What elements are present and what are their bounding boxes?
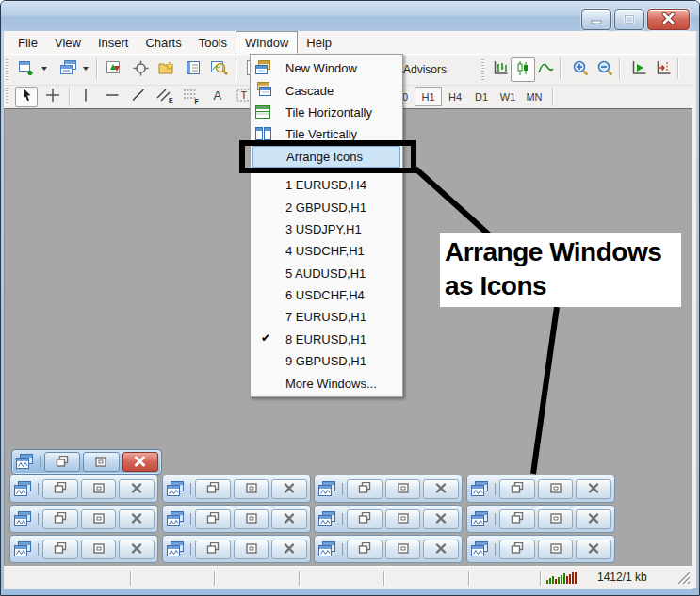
close-button[interactable] [423, 479, 459, 499]
maximize-button[interactable] [385, 540, 421, 559]
restore-button[interactable] [195, 479, 231, 499]
restore-button[interactable] [499, 540, 535, 559]
strategy-tester-button[interactable] [207, 57, 232, 82]
zoom-in-button[interactable] [568, 57, 593, 82]
minimized-chart-window[interactable] [466, 505, 615, 533]
close-button[interactable] [271, 540, 307, 559]
window-menu-item-6-usdchf-h4[interactable]: 6 USDCHF,H4 [251, 284, 402, 306]
window-menu-item-tile-horizontally[interactable]: Tile Horizontally [251, 102, 402, 123]
maximize-button[interactable] [83, 452, 119, 472]
auto-scroll-button[interactable] [627, 57, 651, 82]
window-menu-item-cascade[interactable]: Cascade [251, 79, 402, 101]
restore-button[interactable] [42, 479, 78, 499]
maximize-button[interactable] [234, 540, 269, 559]
close-button[interactable] [423, 509, 459, 529]
restore-button[interactable] [195, 509, 231, 529]
restore-button[interactable] [44, 452, 80, 472]
vertical-line-button[interactable] [74, 87, 97, 107]
close-button[interactable] [122, 452, 158, 472]
close-button[interactable] [119, 509, 155, 529]
minimized-chart-window[interactable] [162, 475, 311, 503]
window-menu-item-3-usdjpy-h1[interactable]: 3 USDJPY,H1 [251, 218, 402, 240]
minimized-chart-window[interactable] [314, 535, 463, 563]
menubar-item-tools[interactable]: Tools [190, 31, 236, 54]
bar-chart-button[interactable] [488, 57, 513, 82]
menubar-item-charts[interactable]: Charts [137, 31, 189, 54]
close-button[interactable] [576, 540, 611, 559]
restore-button[interactable] [347, 509, 383, 529]
fibonacci-button[interactable]: F [180, 87, 203, 107]
window-menu-item-2-gbpusd-h1[interactable]: 2 GBPUSD,H1 [251, 196, 402, 217]
window-menu-item-4-usdchf-h1[interactable]: 4 USDCHF,H1 [251, 240, 402, 262]
window-menu-item-tile-vertically[interactable]: Tile Vertically [251, 123, 402, 145]
close-button[interactable] [423, 540, 459, 559]
timeframe-button-mn[interactable]: MN [521, 87, 547, 106]
maximize-button[interactable] [234, 479, 269, 499]
window-menu-item-new-window[interactable]: New Window [251, 57, 402, 79]
window-menu-item-7-eurusd-h1[interactable]: 7 EURUSD,H1 [251, 306, 402, 328]
minimized-chart-window[interactable] [9, 475, 158, 503]
minimize-button[interactable] [581, 9, 611, 30]
toolbar-grip[interactable] [6, 88, 8, 106]
maximize-button[interactable] [81, 540, 117, 559]
minimized-chart-window[interactable] [314, 475, 463, 503]
crosshair-button[interactable] [41, 87, 64, 107]
minimized-chart-window[interactable] [466, 475, 615, 503]
profiles-button[interactable] [57, 57, 81, 82]
timeframe-button-h1[interactable]: H1 [415, 87, 442, 106]
horizontal-line-button[interactable] [101, 87, 123, 107]
menubar-item-view[interactable]: View [46, 31, 90, 54]
close-button[interactable] [119, 540, 155, 559]
minimized-chart-window-active[interactable] [11, 449, 162, 475]
minimized-chart-window[interactable] [466, 535, 615, 563]
maximize-button[interactable] [538, 509, 574, 529]
minimized-chart-window[interactable] [9, 505, 158, 533]
toolbar-grip[interactable] [481, 59, 484, 80]
timeframe-button-d1[interactable]: D1 [468, 87, 495, 106]
restore-button[interactable] [195, 540, 231, 559]
new-chart-button[interactable] [15, 57, 40, 82]
restore-button[interactable] [347, 479, 383, 499]
restore-button[interactable] [499, 509, 535, 529]
text-button[interactable]: A [206, 87, 229, 107]
resize-grip[interactable] [676, 570, 691, 588]
maximize-button[interactable] [385, 479, 421, 499]
data-window-button[interactable] [128, 57, 153, 82]
maximize-button[interactable] [81, 509, 117, 529]
window-menu-item-5-audusd-h1[interactable]: 5 AUDUSD,H1 [251, 263, 402, 284]
zoom-out-button[interactable] [593, 57, 617, 82]
close-button[interactable] [576, 509, 611, 529]
timeframe-button-w1[interactable]: W1 [495, 87, 521, 106]
menubar-item-file[interactable]: File [9, 31, 46, 54]
maximize-button[interactable] [538, 540, 574, 559]
window-menu-item-more-windows[interactable]: More Windows... [251, 372, 402, 394]
toolbar-grip[interactable] [6, 59, 8, 80]
terminal-button[interactable] [181, 57, 205, 82]
close-button[interactable] [271, 479, 307, 499]
equidistant-channel-button[interactable]: E [154, 87, 176, 107]
maximize-button[interactable] [614, 9, 644, 30]
minimized-chart-window[interactable] [314, 505, 463, 533]
menubar-item-insert[interactable]: Insert [90, 31, 138, 54]
minimized-chart-window[interactable] [162, 535, 311, 563]
menubar-item-help[interactable]: Help [298, 31, 340, 54]
close-button[interactable] [576, 479, 611, 499]
window-menu-item-8-eurusd-h1[interactable]: ✔8 EURUSD,H1 [251, 329, 402, 350]
minimized-chart-window[interactable] [162, 505, 311, 533]
navigator-button[interactable] [155, 57, 179, 82]
dropdown-arrow-icon[interactable] [41, 67, 47, 71]
expert-advisors-button[interactable]: Advisors [403, 58, 477, 81]
maximize-button[interactable] [234, 509, 269, 529]
minimized-chart-window[interactable] [9, 535, 158, 563]
timeframe-button-h4[interactable]: H4 [442, 87, 468, 106]
close-button[interactable] [119, 479, 155, 499]
market-watch-button[interactable] [102, 57, 126, 82]
close-button[interactable] [271, 509, 307, 529]
maximize-button[interactable] [81, 479, 117, 499]
line-chart-button[interactable] [533, 57, 558, 82]
window-menu-item-1-eurusd-h4[interactable]: 1 EURUSD,H4 [251, 174, 402, 196]
candlestick-chart-button[interactable] [511, 57, 535, 82]
close-button[interactable] [647, 9, 690, 30]
cursor-button[interactable] [15, 87, 38, 107]
maximize-button[interactable] [538, 479, 574, 499]
